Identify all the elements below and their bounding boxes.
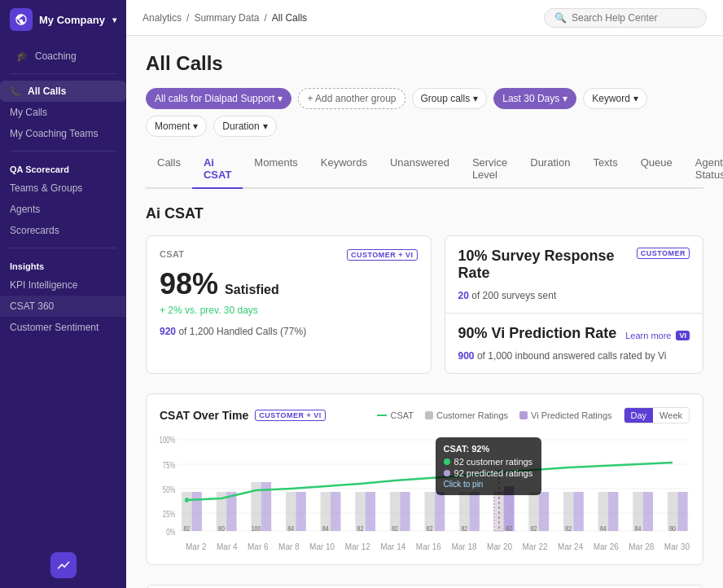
svg-rect-31 [400, 492, 410, 531]
tab-moments[interactable]: Moments [243, 150, 309, 189]
breadcrumb-summary[interactable]: Summary Data [194, 12, 259, 24]
filter-keyword[interactable]: Keyword ▾ [583, 88, 647, 109]
x-label-2: Mar 6 [248, 542, 269, 551]
company-chevron: ▾ [112, 15, 116, 24]
filter-moment[interactable]: Moment ▾ [146, 116, 207, 137]
agents-section: Agents CUSTOMER + VI AGENTS ⇅ CSAT ⇅ % C… [146, 585, 703, 588]
x-label-3: Mar 8 [278, 542, 300, 551]
sidebar-item-customer-sentiment[interactable]: Customer Sentiment [0, 317, 126, 338]
all-calls-icon: 📞 [10, 86, 21, 97]
company-selector[interactable]: My Company ▾ [0, 0, 126, 39]
x-label-10: Mar 22 [523, 542, 548, 551]
survey-highlight: 20 [458, 290, 469, 301]
filter-last-30[interactable]: Last 30 Days ▾ [493, 88, 576, 109]
svg-text:100: 100 [252, 524, 261, 533]
sidebar-item-label: All Calls [28, 86, 66, 97]
x-label-8: Mar 18 [451, 542, 476, 551]
filter-group-calls[interactable]: Group calls ▾ [412, 88, 488, 109]
chart-section: CSAT Over Time CUSTOMER + VI CSAT Custom… [146, 393, 703, 565]
stats-cards: CSAT CUSTOMER + VI 98% Satisfied + 2% vs… [146, 235, 703, 374]
sidebar-item-coaching[interactable]: 🎓 Coaching [7, 46, 120, 67]
svg-rect-30 [366, 492, 375, 531]
insights-header: Insights [0, 255, 126, 274]
vi-text: of 1,000 inbound answered calls rated by… [477, 350, 667, 362]
csat-card-header: CSAT CUSTOMER + VI [160, 249, 418, 261]
legend-customer-label: Customer Ratings [436, 410, 508, 420]
x-label-11: Mar 24 [558, 542, 583, 551]
tab-service-level[interactable]: Service Level [461, 150, 519, 189]
svg-text:100%: 100% [160, 436, 175, 445]
chevron-icon-2: ▾ [473, 93, 478, 104]
chevron-icon-3: ▾ [563, 93, 567, 104]
sidebar-item-coaching-teams[interactable]: My Coaching Teams [0, 123, 126, 144]
sidebar-item-teams-groups[interactable]: Teams & Groups [0, 178, 126, 199]
week-btn[interactable]: Week [653, 408, 689, 423]
coaching-teams-label: My Coaching Teams [10, 128, 99, 139]
chart-title: CSAT Over Time [160, 409, 248, 422]
tooltip-csat-dot [444, 459, 450, 465]
tab-calls[interactable]: Calls [146, 150, 192, 189]
sidebar-item-csat-360[interactable]: CSAT 360 [0, 296, 126, 317]
svg-rect-33 [470, 492, 480, 531]
csat-percentage: 98% [160, 267, 218, 301]
sidebar-item-all-calls[interactable]: 📞 All Calls [0, 81, 126, 102]
svg-rect-25 [192, 492, 202, 531]
topbar: Analytics / Summary Data / All Calls 🔍 [126, 0, 723, 36]
x-label-9: Mar 20 [487, 542, 512, 551]
tab-queue[interactable]: Queue [629, 150, 684, 189]
search-input[interactable] [572, 12, 696, 24]
search-box[interactable]: 🔍 [544, 8, 707, 28]
x-label-1: Mar 4 [217, 542, 238, 551]
filter-support[interactable]: All calls for Dialpad Support ▾ [146, 88, 291, 109]
divider-3 [10, 248, 116, 248]
x-axis: Mar 2 Mar 4 Mar 6 Mar 8 Mar 10 Mar 12 Ma… [160, 539, 690, 551]
csat-handled-text: of 1,200 Handled Calls (77%) [178, 326, 306, 337]
csat-value-row: 98% Satisfied [160, 267, 418, 301]
filter-add-group[interactable]: + Add another group [298, 88, 405, 109]
filter-duration[interactable]: Duration ▾ [213, 116, 276, 137]
day-btn[interactable]: Day [624, 408, 654, 423]
legend-customer: Customer Ratings [425, 410, 508, 420]
svg-rect-28 [296, 492, 305, 531]
day-week-toggle[interactable]: Day Week [624, 407, 690, 423]
tab-agent-status[interactable]: Agent Status [684, 150, 723, 189]
breadcrumb-analytics[interactable]: Analytics [142, 12, 182, 24]
x-label-5: Mar 12 [345, 542, 370, 551]
chevron-icon-5: ▾ [193, 121, 198, 132]
tab-texts[interactable]: Texts [581, 150, 629, 189]
svg-text:82: 82 [357, 524, 364, 533]
content-area: All Calls All calls for Dialpad Support … [126, 36, 723, 588]
tab-ai-csat[interactable]: Ai CSAT [192, 150, 243, 189]
x-label-7: Mar 16 [416, 542, 441, 551]
tab-keywords[interactable]: Keywords [309, 150, 379, 189]
sidebar-item-scorecards[interactable]: Scorecards [0, 220, 126, 241]
vi-rate: 90% Vi Prediction Rate [458, 325, 617, 342]
learn-more-link[interactable]: Learn more [625, 331, 671, 340]
svg-rect-35 [539, 492, 549, 531]
legend-csat-label: CSAT [390, 410, 414, 420]
x-label-12: Mar 26 [594, 542, 619, 551]
svg-text:80: 80 [669, 524, 676, 533]
survey-rate: 10% Survey Response Rate [458, 248, 637, 282]
sidebar-item-my-calls[interactable]: My Calls [0, 102, 126, 123]
legend-vi: Vi Predicted Ratings [519, 410, 611, 420]
breadcrumb: Analytics / Summary Data / All Calls [142, 12, 307, 24]
coaching-icon: 🎓 [16, 50, 28, 62]
chart-svg: 100% 75% 50% 25% 0% [160, 433, 690, 539]
vi-highlight: 900 [458, 350, 475, 362]
legend-vi-color [519, 411, 528, 419]
legend-csat: CSAT [377, 410, 414, 420]
sidebar-item-kpi-intelligence[interactable]: KPI Intelligence [0, 274, 126, 296]
chart-badge: CUSTOMER + VI [255, 410, 326, 421]
vi-card: 90% Vi Prediction Rate Learn more VI 900… [445, 314, 703, 373]
tab-duration[interactable]: Duration [519, 150, 581, 189]
survey-card: 10% Survey Response Rate CUSTOMER 20 of … [445, 236, 703, 314]
svg-text:25%: 25% [163, 510, 176, 519]
sidebar-item-agents[interactable]: Agents [0, 199, 126, 220]
tooltip-predicted-ratings: 92 predicted ratings [454, 468, 533, 478]
svg-text:84: 84 [287, 524, 294, 533]
active-nav-insights[interactable] [50, 552, 77, 578]
tab-unanswered[interactable]: Unanswered [379, 150, 461, 189]
tooltip-pin-link[interactable]: Click to pin [444, 480, 533, 489]
csat-badge: CUSTOMER + VI [347, 249, 418, 261]
